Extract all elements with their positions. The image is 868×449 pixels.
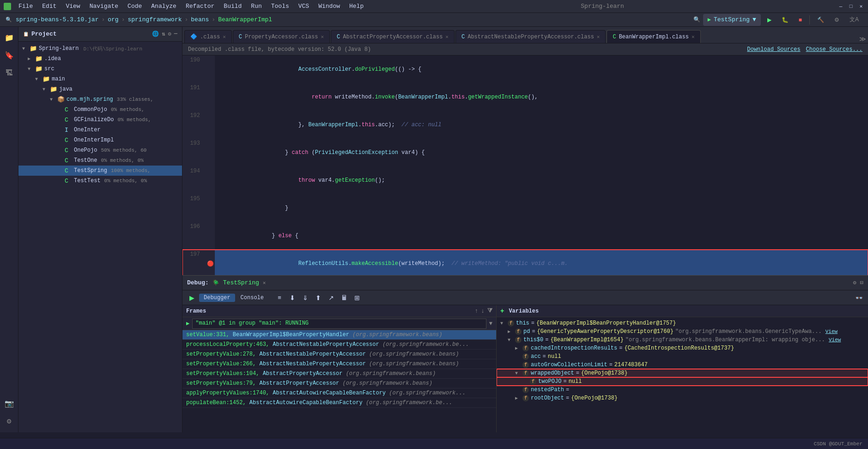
menu-analyze[interactable]: Analyze (147, 2, 180, 11)
run-config-dropdown[interactable]: ▼ (753, 16, 756, 23)
menu-refactor[interactable]: Refactor (182, 2, 218, 11)
tab-beanwrapperimpl[interactable]: C BeanWrapperImpl.class ✕ (607, 30, 700, 43)
menu-file[interactable]: File (15, 2, 36, 11)
var-item-nestedpath[interactable]: ▶ f nestedPath = (497, 386, 868, 394)
debug-side-icon[interactable]: ⊟ (860, 279, 863, 286)
frame-item-2[interactable]: setPropertyValue:278, AbstractNestablePr… (182, 350, 496, 359)
grid-view-button[interactable]: ⊞ (352, 292, 363, 303)
breadcrumb-beanwrapperimpl[interactable]: BeanWrapperImpl (218, 16, 272, 23)
thread-select-box[interactable]: "main" @1 in group "main": RUNNING (192, 319, 486, 329)
debug-run-button[interactable]: 🐛 (778, 14, 792, 26)
tree-item-src[interactable]: ▼ 📁 src (18, 64, 182, 74)
tree-item-root[interactable]: ▼ 📁 Spring-learn D:\代码\Spring-learn (18, 43, 182, 54)
stop-button[interactable]: ■ (795, 14, 806, 26)
breadcrumb-org[interactable]: org (108, 16, 118, 23)
step-into-button[interactable]: ⬇ (287, 292, 298, 303)
download-sources-btn[interactable]: Download Sources (747, 46, 800, 53)
tab-close-2[interactable]: ✕ (445, 34, 449, 40)
frame-item-0[interactable]: setValue:331, BeanWrapperImpl$BeanProper… (182, 330, 496, 340)
frame-item-1[interactable]: processLocalProperty:463, AbstractNestab… (182, 340, 496, 350)
tabs-more-button[interactable]: ≫ (859, 35, 866, 43)
tab-close-3[interactable]: ✕ (597, 34, 600, 40)
tree-item-oneinterimpl[interactable]: ▶ C OneInterImpl (18, 135, 182, 145)
frame-item-5[interactable]: setPropertyValues:79, AbstractPropertyAc… (182, 379, 496, 388)
evaluate-button[interactable]: 🖩 (339, 292, 350, 303)
gear-btn[interactable]: ⚙ (2, 414, 17, 429)
tab-class[interactable]: 🔷 .class ✕ (184, 30, 232, 43)
choose-sources-btn[interactable]: Choose Sources... (806, 46, 862, 53)
menu-tools[interactable]: Tools (267, 2, 293, 11)
menu-navigate[interactable]: Navigate (86, 2, 122, 11)
minimize-button[interactable]: — (838, 3, 844, 10)
var-item-twopojo[interactable]: ▶ f twoPOJO = null (497, 377, 868, 386)
tab-propertyaccessor[interactable]: C PropertyAccessor.class ✕ (233, 30, 330, 43)
tab-close-0[interactable]: ✕ (223, 34, 226, 40)
translate-button[interactable]: 文A (846, 14, 862, 26)
frames-down-button[interactable]: ↓ (481, 308, 485, 314)
breadcrumb-beans[interactable]: beans (191, 16, 209, 23)
tab-abstractnestable[interactable]: C AbstractNestablePropertyAccessor.class… (455, 30, 606, 43)
settings-button[interactable]: ⚙ (831, 14, 843, 26)
var-item-autogrow[interactable]: ▶ f autoGrowCollectionLimit = 2147483647 (497, 361, 868, 369)
variables-add-button[interactable]: + (500, 308, 504, 315)
project-tool-icon-1[interactable]: ⇅ (162, 31, 165, 37)
tree-item-onepojo[interactable]: ▶ C OnePojo 50% methods, 60 (18, 145, 182, 155)
code-editor[interactable]: 190 AccessController.doPrivileged(() -> … (182, 55, 868, 275)
tree-item-java[interactable]: ▼ 📁 java (18, 84, 182, 94)
tree-item-gcfinalizedo[interactable]: ▶ C GCFinalizeDo 0% methods, (18, 115, 182, 125)
debug-subtab-debugger[interactable]: Debugger (199, 294, 235, 302)
menu-run[interactable]: Run (247, 2, 265, 11)
tree-item-oneinter[interactable]: ▶ I OneInter (18, 125, 182, 135)
run-button[interactable]: ▶ (764, 14, 775, 26)
project-minus-icon[interactable]: — (174, 31, 177, 37)
maximize-button[interactable]: □ (848, 3, 854, 10)
frames-filter-button[interactable]: ⧩ (487, 308, 492, 314)
tab-close-4[interactable]: ✕ (692, 34, 695, 40)
breakpoint-197[interactable]: 🔴 (207, 260, 214, 267)
debug-tab-name[interactable]: TestSpring (223, 279, 259, 286)
tree-item-testone[interactable]: ▶ C TestOne 0% methods, 0% (18, 155, 182, 166)
thread-dropdown-icon[interactable]: ▼ (489, 320, 492, 327)
debug-subtab-console[interactable]: Console (236, 294, 268, 302)
menu-code[interactable]: Code (124, 2, 146, 11)
project-panel-btn[interactable]: 📁 (2, 31, 17, 45)
var-item-pd[interactable]: ▶ f pd = {GenericTypeAwarePropertyDescri… (497, 327, 868, 336)
debug-glasses-button[interactable]: 👓 (853, 292, 864, 303)
tree-item-commonpojo[interactable]: ▶ C CommonPojo 0% methods, (18, 105, 182, 115)
project-tool-icon-0[interactable]: 🌐 (152, 31, 159, 37)
var-view-pd[interactable]: View (826, 329, 838, 334)
var-view-this0[interactable]: View (829, 337, 841, 343)
frame-item-6[interactable]: applyPropertyValues:1740, AbstractAutowi… (182, 388, 496, 398)
menu-build[interactable]: Build (220, 2, 245, 11)
project-gear-icon[interactable]: ⚙ (168, 31, 171, 37)
menu-help[interactable]: Help (346, 2, 367, 11)
tab-close-1[interactable]: ✕ (321, 34, 324, 40)
menu-edit[interactable]: Edit (38, 2, 60, 11)
tree-item-idea[interactable]: ▶ 📁 .idea (18, 54, 182, 64)
build-button[interactable]: 🔨 (813, 14, 828, 26)
step-out-button[interactable]: ⬆ (313, 292, 324, 303)
menu-window[interactable]: Window (315, 2, 344, 11)
tree-item-main[interactable]: ▼ 📁 main (18, 74, 182, 84)
tree-item-testtest[interactable]: ▶ C TestTest 0% methods, 0% (18, 176, 182, 186)
step-over-button[interactable]: ≡ (274, 292, 285, 303)
structure-btn[interactable]: 🏗 (2, 66, 17, 80)
camera-btn[interactable]: 📷 (2, 396, 17, 411)
var-item-rootobject[interactable]: ▶ f rootObject = {OnePojo@1738} (497, 394, 868, 402)
frames-up-button[interactable]: ↑ (474, 308, 478, 314)
run-to-cursor-button[interactable]: ↗ (326, 292, 337, 303)
search-icon[interactable]: 🔍 (6, 17, 12, 23)
var-item-wrappedobject[interactable]: ▼ f wrappedObject = {OnePojo@1738} (497, 369, 868, 377)
var-item-this0[interactable]: ▼ f this$0 = {BeanWrapperImpl@1654} "org… (497, 336, 868, 344)
breadcrumb-springframework[interactable]: springframework (127, 16, 182, 23)
run-config[interactable]: ▶ TestSpring ▼ (703, 14, 761, 26)
menu-view[interactable]: View (62, 2, 84, 11)
var-item-cached[interactable]: ▶ f cachedIntrospectionResults = {Cached… (497, 344, 868, 352)
var-item-this[interactable]: ▼ f this = {BeanWrapperImpl$BeanProperty… (497, 319, 868, 327)
debug-settings-icon[interactable]: ⚙ (853, 279, 856, 286)
var-item-acc[interactable]: ▶ f acc = null (497, 352, 868, 361)
search-class-icon[interactable]: 🔍 (693, 16, 700, 23)
frame-item-7[interactable]: populateBean:1452, AbstractAutowireCapab… (182, 398, 496, 408)
tab-abstractpropertyaccessor[interactable]: C AbstractPropertyAccessor.class ✕ (331, 30, 455, 43)
menu-vcs[interactable]: VCS (295, 2, 313, 11)
